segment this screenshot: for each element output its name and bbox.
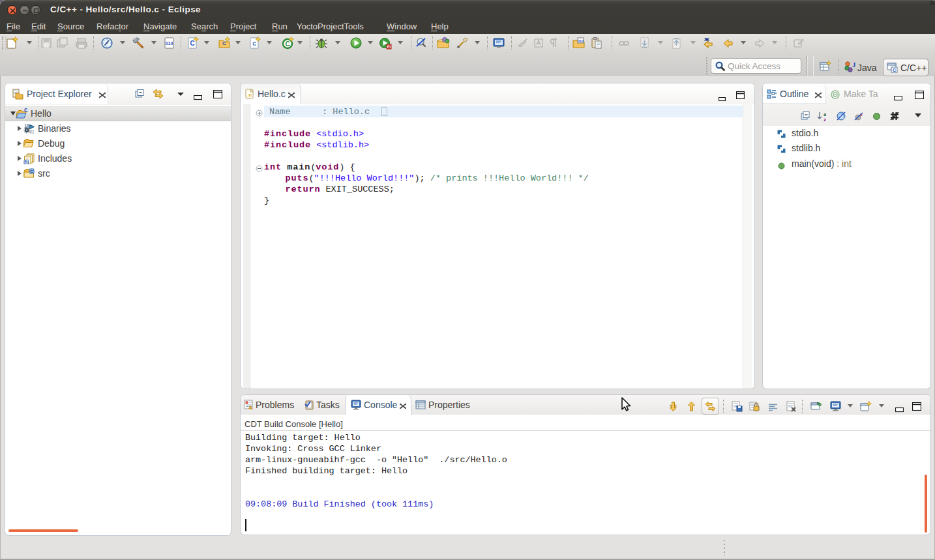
- svg-text:C: C: [285, 40, 289, 48]
- svg-text:C: C: [190, 40, 194, 47]
- svg-text:C: C: [30, 169, 33, 173]
- svg-text:.c: .c: [247, 92, 252, 98]
- svg-text:C: C: [24, 108, 28, 114]
- svg-text:z: z: [824, 117, 826, 122]
- svg-text:010: 010: [578, 39, 584, 43]
- svg-text:C: C: [893, 68, 896, 72]
- svg-text:C: C: [222, 40, 226, 46]
- svg-text:J: J: [852, 61, 855, 68]
- svg-text:01: 01: [29, 129, 35, 134]
- svg-text:010: 010: [166, 41, 173, 46]
- svg-text:h: h: [25, 160, 27, 164]
- svg-text:c: c: [252, 40, 256, 47]
